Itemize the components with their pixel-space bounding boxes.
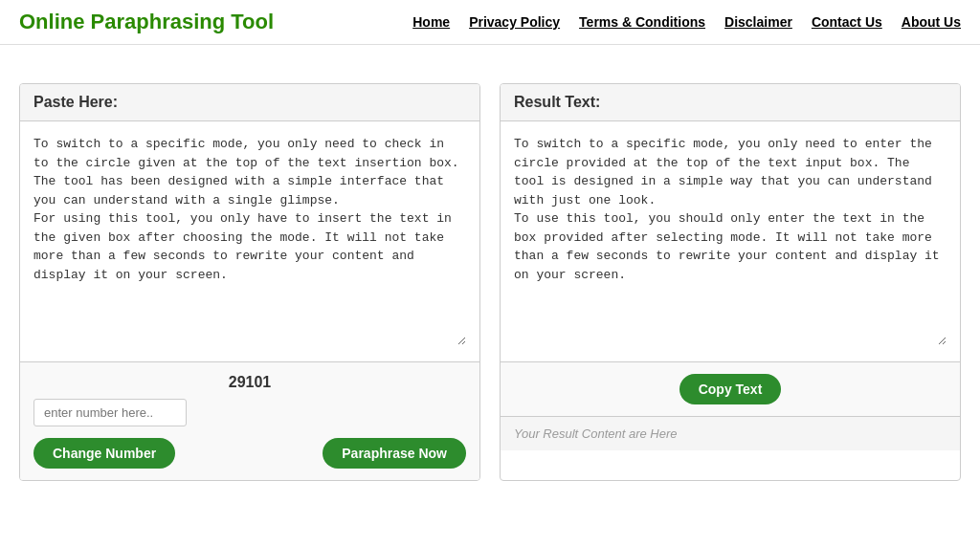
left-panel-body	[20, 121, 479, 361]
captcha-input[interactable]	[33, 399, 187, 426]
nav-privacy[interactable]: Privacy Policy	[469, 14, 560, 30]
left-panel: Paste Here: 29101 Change Number Paraphra…	[19, 83, 480, 481]
right-panel-header: Result Text:	[501, 84, 960, 121]
result-footer: Your Result Content are Here	[501, 416, 960, 450]
left-panel-header: Paste Here:	[20, 84, 479, 121]
nav-terms[interactable]: Terms & Conditions	[579, 14, 705, 30]
captcha-number: 29101	[33, 374, 466, 391]
site-title: Online Paraphrasing Tool	[19, 10, 274, 34]
left-panel-footer: 29101 Change Number Paraphrase Now	[20, 361, 479, 480]
main-content: Paste Here: 29101 Change Number Paraphra…	[0, 45, 980, 500]
copy-text-button[interactable]: Copy Text	[679, 374, 782, 404]
nav-about[interactable]: About Us	[902, 14, 961, 30]
paste-textarea[interactable]	[33, 135, 466, 345]
site-header: Online Paraphrasing Tool Home Privacy Po…	[0, 0, 980, 45]
left-buttons: Change Number Paraphrase Now	[33, 438, 466, 469]
nav-home[interactable]: Home	[412, 14, 450, 30]
right-panel: Result Text: Copy Text Your Result Conte…	[500, 83, 961, 481]
change-number-button[interactable]: Change Number	[33, 438, 175, 469]
right-panel-body	[501, 121, 960, 361]
right-panel-copy-area: Copy Text	[501, 361, 960, 416]
nav-disclaimer[interactable]: Disclaimer	[724, 14, 792, 30]
nav-contact[interactable]: Contact Us	[812, 14, 882, 30]
result-textarea[interactable]	[514, 135, 947, 345]
main-nav: Home Privacy Policy Terms & Conditions D…	[412, 14, 961, 30]
paraphrase-now-button[interactable]: Paraphrase Now	[323, 438, 466, 469]
